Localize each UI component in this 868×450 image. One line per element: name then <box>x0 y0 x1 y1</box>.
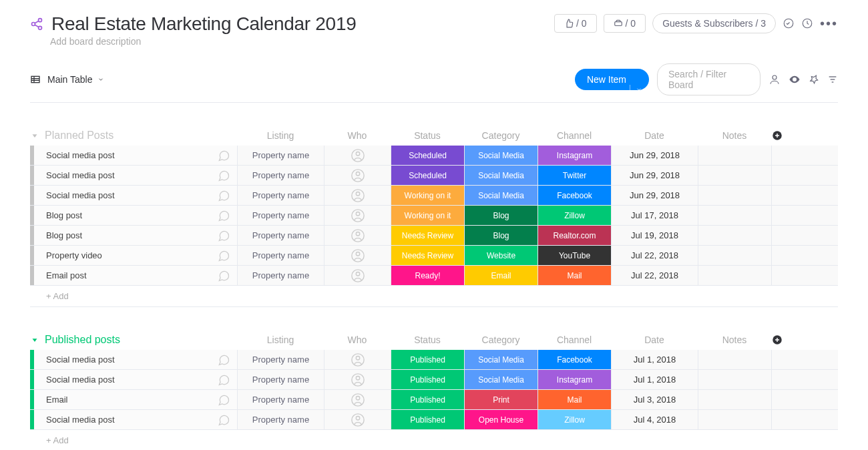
views-count[interactable]: / 0 <box>604 14 646 33</box>
search-input[interactable]: Search / Filter Board <box>657 63 761 95</box>
category-cell[interactable]: Blog <box>464 206 537 225</box>
status-cell[interactable]: Working on it <box>391 206 464 225</box>
channel-cell[interactable]: Facebook <box>537 186 611 205</box>
chat-icon[interactable] <box>217 353 230 367</box>
notes-cell[interactable] <box>698 410 771 429</box>
eye-icon[interactable] <box>789 73 801 85</box>
add-row-button[interactable]: + Add <box>30 286 838 307</box>
column-header[interactable]: Listing <box>237 130 324 141</box>
listing-cell[interactable]: Property name <box>237 370 324 389</box>
listing-cell[interactable]: Property name <box>237 390 324 409</box>
status-cell[interactable]: Needs Review <box>391 246 464 265</box>
listing-cell[interactable]: Property name <box>237 206 324 225</box>
date-cell[interactable]: Jul 22, 2018 <box>611 266 698 285</box>
more-menu[interactable]: ••• <box>820 16 838 31</box>
column-header[interactable]: Date <box>611 334 698 345</box>
listing-cell[interactable]: Property name <box>237 166 324 185</box>
chat-icon[interactable] <box>217 149 230 162</box>
date-cell[interactable]: Jul 3, 2018 <box>611 390 698 409</box>
table-row[interactable]: Blog postProperty nameWorking on itBlogZ… <box>30 206 838 226</box>
who-cell[interactable] <box>324 246 391 265</box>
column-header[interactable]: Status <box>391 334 464 345</box>
status-cell[interactable]: Published <box>391 390 464 409</box>
column-header[interactable]: Category <box>464 130 537 141</box>
date-cell[interactable]: Jul 1, 2018 <box>611 350 698 369</box>
item-name-cell[interactable]: Social media post <box>30 186 237 205</box>
item-name-cell[interactable]: Property video <box>30 246 237 265</box>
group-title[interactable]: Planned Posts <box>30 130 237 142</box>
channel-cell[interactable]: Zillow <box>537 410 611 429</box>
view-selector[interactable]: Main Table <box>47 74 104 85</box>
notes-cell[interactable] <box>698 166 771 185</box>
column-header[interactable]: Date <box>611 130 698 141</box>
notes-cell[interactable] <box>698 226 771 245</box>
item-name-cell[interactable]: Blog post <box>30 206 237 225</box>
add-column-button[interactable] <box>771 334 791 346</box>
new-item-button[interactable]: New Item <box>575 69 649 90</box>
channel-cell[interactable]: Facebook <box>537 350 611 369</box>
table-row[interactable]: Social media postProperty namePublishedO… <box>30 410 838 430</box>
date-cell[interactable]: Jul 17, 2018 <box>611 206 698 225</box>
who-cell[interactable] <box>324 370 391 389</box>
channel-cell[interactable]: YouTube <box>537 246 611 265</box>
item-name-cell[interactable]: Social media post <box>30 350 237 369</box>
chat-icon[interactable] <box>217 413 230 427</box>
table-row[interactable]: Email postProperty nameReady!EmailMailJu… <box>30 266 838 286</box>
column-header[interactable]: Channel <box>537 334 611 345</box>
listing-cell[interactable]: Property name <box>237 246 324 265</box>
who-cell[interactable] <box>324 390 391 409</box>
add-row-button[interactable]: + Add <box>30 430 838 450</box>
channel-cell[interactable]: Mail <box>537 266 611 285</box>
category-cell[interactable]: Blog <box>464 226 537 245</box>
notes-cell[interactable] <box>698 370 771 389</box>
date-cell[interactable]: Jul 1, 2018 <box>611 370 698 389</box>
item-name-cell[interactable]: Social media post <box>30 146 237 165</box>
category-cell[interactable]: Social Media <box>464 166 537 185</box>
table-row[interactable]: Property videoProperty nameNeeds ReviewW… <box>30 246 838 266</box>
date-cell[interactable]: Jun 29, 2018 <box>611 186 698 205</box>
date-cell[interactable]: Jul 22, 2018 <box>611 246 698 265</box>
chat-icon[interactable] <box>217 373 230 387</box>
chat-icon[interactable] <box>217 269 230 282</box>
notes-cell[interactable] <box>698 266 771 285</box>
who-cell[interactable] <box>324 166 391 185</box>
date-cell[interactable]: Jul 19, 2018 <box>611 226 698 245</box>
status-cell[interactable]: Needs Review <box>391 226 464 245</box>
listing-cell[interactable]: Property name <box>237 186 324 205</box>
item-name-cell[interactable]: Email post <box>30 266 237 285</box>
status-cell[interactable]: Working on it <box>391 186 464 205</box>
board-title[interactable]: Real Estate Marketing Calendar 2019 <box>51 13 356 35</box>
status-cell[interactable]: Published <box>391 370 464 389</box>
column-header[interactable]: Channel <box>537 130 611 141</box>
notes-cell[interactable] <box>698 390 771 409</box>
channel-cell[interactable]: Twitter <box>537 166 611 185</box>
table-row[interactable]: Blog postProperty nameNeeds ReviewBlogRe… <box>30 226 838 246</box>
table-row[interactable]: Social media postProperty nameWorking on… <box>30 186 838 206</box>
date-cell[interactable]: Jun 29, 2018 <box>611 146 698 165</box>
status-cell[interactable]: Published <box>391 410 464 429</box>
column-header[interactable]: Listing <box>237 334 324 345</box>
chat-icon[interactable] <box>217 393 230 407</box>
status-cell[interactable]: Scheduled <box>391 146 464 165</box>
integration-icon[interactable] <box>783 17 795 29</box>
chat-icon[interactable] <box>217 189 230 202</box>
item-name-cell[interactable]: Blog post <box>30 226 237 245</box>
table-row[interactable]: Social media postProperty namePublishedS… <box>30 370 838 390</box>
guests-button[interactable]: Guests & Subscribers / 3 <box>652 13 776 33</box>
chat-icon[interactable] <box>217 209 230 222</box>
channel-cell[interactable]: Instagram <box>537 370 611 389</box>
who-cell[interactable] <box>324 266 391 285</box>
who-cell[interactable] <box>324 206 391 225</box>
notes-cell[interactable] <box>698 206 771 225</box>
category-cell[interactable]: Social Media <box>464 186 537 205</box>
category-cell[interactable]: Social Media <box>464 350 537 369</box>
item-name-cell[interactable]: Social media post <box>30 166 237 185</box>
notes-cell[interactable] <box>698 186 771 205</box>
category-cell[interactable]: Website <box>464 246 537 265</box>
chat-icon[interactable] <box>217 169 230 182</box>
table-row[interactable]: Social media postProperty namePublishedS… <box>30 350 838 370</box>
add-column-button[interactable] <box>771 130 791 142</box>
status-cell[interactable]: Ready! <box>391 266 464 285</box>
category-cell[interactable]: Social Media <box>464 146 537 165</box>
column-header[interactable]: Who <box>324 334 391 345</box>
